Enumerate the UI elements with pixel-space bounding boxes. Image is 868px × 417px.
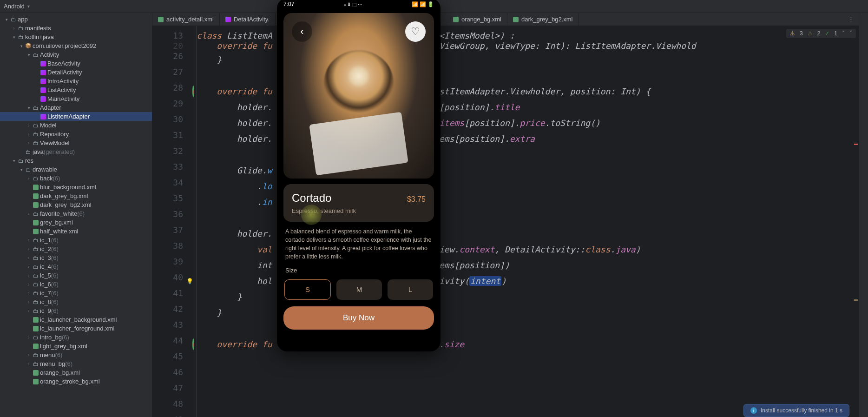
tree-arrow-icon[interactable]: ▾ xyxy=(26,106,32,110)
gutter-line[interactable]: 32 xyxy=(152,143,183,159)
tree-item[interactable]: MainActivity xyxy=(0,94,152,103)
tree-arrow-icon[interactable]: ▾ xyxy=(11,159,17,163)
size-option-s[interactable]: S xyxy=(284,279,331,300)
tree-arrow-icon[interactable]: › xyxy=(26,273,32,278)
tree-item[interactable]: ▾🗀Activity xyxy=(0,50,152,59)
tree-arrow-icon[interactable]: › xyxy=(26,123,32,128)
tree-item[interactable]: ›🗀manifests xyxy=(0,24,152,33)
inspection-status[interactable]: ⚠3 ⚠2 ✓1 ˄ ˅ xyxy=(786,29,856,38)
tree-arrow-icon[interactable]: › xyxy=(26,362,32,366)
tree-item[interactable]: grey_bg.xml xyxy=(0,218,152,227)
tree-item[interactable]: orange_bg.xml xyxy=(0,368,152,377)
tree-item[interactable]: DetailActivity xyxy=(0,68,152,77)
tree-arrow-icon[interactable]: › xyxy=(26,212,32,216)
tree-arrow-icon[interactable]: › xyxy=(26,247,32,252)
tree-item[interactable]: ›🗀ic_6 (6) xyxy=(0,280,152,289)
chevron-down-icon[interactable]: ˅ xyxy=(849,30,852,37)
tree-item[interactable]: orange_stroke_bg.xml xyxy=(0,377,152,386)
tree-item[interactable]: ›🗀back (6) xyxy=(0,174,152,183)
gutter-line[interactable]: 20 xyxy=(152,38,183,48)
tree-arrow-icon[interactable]: › xyxy=(26,335,32,340)
tree-arrow-icon[interactable]: ▾ xyxy=(11,35,17,40)
tree-item[interactable]: ›🗀ic_1 (6) xyxy=(0,236,152,245)
tree-arrow-icon[interactable]: › xyxy=(26,309,32,313)
tree-item[interactable]: ›🗀menu_bg (6) xyxy=(0,359,152,368)
tree-item[interactable]: ▾🗀kotlin+java xyxy=(0,33,152,41)
tree-arrow-icon[interactable]: › xyxy=(26,291,32,296)
tree-arrow-icon[interactable]: ▾ xyxy=(19,44,24,48)
gutter-line[interactable]: 33 xyxy=(152,159,183,175)
gutter-line[interactable]: 40💡 xyxy=(152,270,183,285)
gutter-line[interactable]: 44 xyxy=(152,333,183,349)
gutter-line[interactable]: 26 xyxy=(152,48,183,64)
tree-arrow-icon[interactable]: › xyxy=(26,132,32,137)
gutter-line[interactable]: 47 xyxy=(152,380,183,396)
gutter-line[interactable]: 34 xyxy=(152,175,183,191)
tree-arrow-icon[interactable]: ▾ xyxy=(4,17,9,22)
buy-now-button[interactable]: Buy Now xyxy=(283,306,434,330)
tree-arrow-icon[interactable]: › xyxy=(26,238,32,243)
more-icon[interactable]: ⋮ xyxy=(848,16,854,23)
override-marker-icon[interactable] xyxy=(187,337,194,344)
tab-actions[interactable]: ⋮ xyxy=(843,13,859,26)
gutter-line[interactable]: 31 xyxy=(152,127,183,143)
size-option-m[interactable]: M xyxy=(336,279,382,300)
gutter-line[interactable]: 46 xyxy=(152,364,183,380)
tree-item[interactable]: ›🗀ic_9 (6) xyxy=(0,306,152,315)
intention-bulb-icon[interactable]: 💡 xyxy=(186,273,193,281)
tree-item[interactable]: ▾🗀app xyxy=(0,15,152,24)
tree-item[interactable]: ListItemAdapter xyxy=(0,112,152,121)
tree-arrow-icon[interactable]: › xyxy=(26,256,32,260)
tree-item[interactable]: ▾🗀res xyxy=(0,156,152,165)
chevron-up-icon[interactable]: ˄ xyxy=(842,30,845,37)
tree-arrow-icon[interactable]: ▾ xyxy=(19,167,24,172)
gutter-line[interactable]: 41 xyxy=(152,285,183,301)
editor-tab[interactable]: orange_bg.xml xyxy=(447,13,507,26)
tree-item[interactable]: ›🗀ViewModel xyxy=(0,139,152,147)
tree-arrow-icon[interactable]: › xyxy=(26,300,32,304)
gutter-line[interactable]: 28 xyxy=(152,80,183,96)
tree-arrow-icon[interactable]: › xyxy=(11,26,17,31)
gutter-line[interactable]: 48 xyxy=(152,396,183,412)
tree-item[interactable]: ›🗀ic_3 (6) xyxy=(0,253,152,262)
tree-item[interactable]: ›🗀Model xyxy=(0,121,152,130)
gutter-line[interactable]: 30 xyxy=(152,112,183,127)
tree-arrow-icon[interactable]: › xyxy=(26,265,32,269)
gutter-line[interactable]: 36 xyxy=(152,206,183,222)
tree-item[interactable]: ›🗀intro_bg (6) xyxy=(0,333,152,342)
tree-item[interactable]: ic_launcher_background.xml xyxy=(0,315,152,324)
tree-item[interactable]: ›🗀ic_4 (6) xyxy=(0,262,152,271)
gutter-line[interactable]: 38 xyxy=(152,238,183,254)
size-option-l[interactable]: L xyxy=(388,279,433,300)
editor-tab[interactable]: dark_grey_bg2.xml xyxy=(507,13,579,26)
tree-item[interactable]: ic_launcher_foreground.xml xyxy=(0,324,152,333)
favorite-button[interactable]: ♡ xyxy=(405,21,426,42)
tree-arrow-icon[interactable]: › xyxy=(26,176,32,181)
tree-arrow-icon[interactable]: ▾ xyxy=(26,53,32,57)
tree-item[interactable]: ›🗀ic_5 (6) xyxy=(0,271,152,280)
editor-tab[interactable]: DetailActivity. xyxy=(220,13,276,26)
override-marker-icon[interactable] xyxy=(187,84,194,91)
tree-item[interactable]: ▾🗀Adapter xyxy=(0,103,152,112)
back-button[interactable]: ‹ xyxy=(292,21,312,42)
tree-arrow-icon[interactable]: › xyxy=(26,353,32,357)
tree-item[interactable]: ListActivity xyxy=(0,86,152,94)
tree-item[interactable]: blur_background.xml xyxy=(0,183,152,192)
gutter-line[interactable]: 35 xyxy=(152,191,183,206)
tree-item[interactable]: light_grey_bg.xml xyxy=(0,342,152,351)
editor-tab[interactable]: activity_detail.xml xyxy=(152,13,220,26)
tree-arrow-icon[interactable]: › xyxy=(26,282,32,287)
gutter-line[interactable]: 43 xyxy=(152,317,183,333)
tree-item[interactable]: ›🗀ic_8 (6) xyxy=(0,298,152,306)
tree-item[interactable]: ▾🗀drawable xyxy=(0,165,152,174)
tree-item[interactable]: BaseActivity xyxy=(0,59,152,68)
tree-item[interactable]: 🗀java (generated) xyxy=(0,147,152,156)
gutter-line[interactable]: 37 xyxy=(152,222,183,238)
gutter-line[interactable]: 45 xyxy=(152,349,183,364)
tree-item[interactable]: ▾📦com.uilover.project2092 xyxy=(0,41,152,50)
tree-item[interactable]: dark_grey_bg.xml xyxy=(0,192,152,200)
tree-item[interactable]: half_white.xml xyxy=(0,227,152,236)
gutter-line[interactable]: 29 xyxy=(152,96,183,112)
editor-tabs[interactable]: activity_detail.xmlDetailActivity.orange… xyxy=(152,13,859,26)
gutter-line[interactable]: 27 xyxy=(152,64,183,80)
